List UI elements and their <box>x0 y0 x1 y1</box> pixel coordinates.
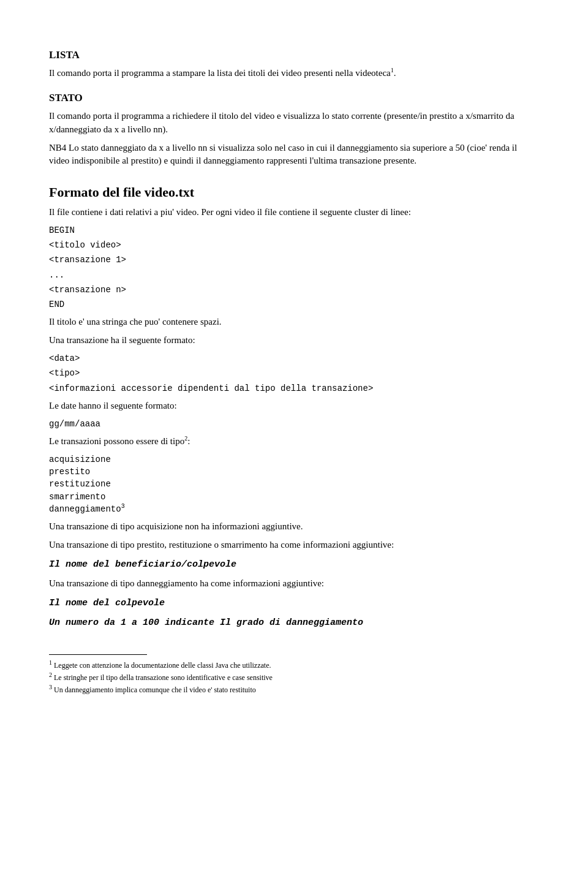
stato-title: STATO <box>49 91 539 106</box>
date-format-intro: Le date hanno il seguente formato: <box>49 399 539 413</box>
acquisizione-note: Una transazione di tipo acquisizione non… <box>49 520 539 534</box>
danneggiamento-footnote-ref: 3 <box>121 503 125 510</box>
tipo-prestito: prestito <box>49 466 539 478</box>
lista-section: LISTA Il comando porta il programma a st… <box>49 48 539 80</box>
lista-title: LISTA <box>49 48 539 63</box>
danneggiamento-note: Una transazione di tipo danneggiamento h… <box>49 577 539 591</box>
transazione-info: <informazioni accessorie dipendenti dal … <box>49 382 539 395</box>
code-block-titolo: <titolo video> <box>49 239 539 251</box>
formato-title: Formato del file video.txt <box>49 183 539 202</box>
prestito-note: Una transazione di tipo prestito, restit… <box>49 539 539 552</box>
lista-footnote-ref: 1 <box>391 67 394 74</box>
code-block-transazione1: <transazione 1> <box>49 254 539 266</box>
tipo-colon: : <box>187 436 190 446</box>
stato-body: Il comando porta il programma a richiede… <box>49 110 539 168</box>
stato-section: STATO Il comando porta il programma a ri… <box>49 91 539 168</box>
tipo-intro: Le transazioni possono essere di tipo <box>49 436 184 446</box>
numero-label: Un numero da 1 a 100 indicante Il grado … <box>49 616 539 630</box>
tipo-restituzione: restituzione <box>49 478 539 490</box>
footnote-2-num: 2 <box>49 671 52 678</box>
code-block-dots: ... <box>49 269 539 281</box>
footnote-2: 2 Le stringhe per il tipo della transazi… <box>49 672 539 683</box>
footnotes: 1 Leggete con attenzione la documentazio… <box>49 660 539 695</box>
footnote-3-text: Un danneggiamento implica comunque che i… <box>54 686 256 694</box>
footnote-1-text: Leggete con attenzione la documentazione… <box>54 661 271 670</box>
stato-nb: NB4 Lo stato danneggiato da x a livello … <box>49 142 539 168</box>
tipo-intro-text: Le transazioni possono essere di tipo2: <box>49 435 539 448</box>
date-format: gg/mm/aaaa <box>49 418 539 430</box>
footnote-3-num: 3 <box>49 684 52 690</box>
titolo-desc: Il titolo e' una stringa che puo' conten… <box>49 316 539 329</box>
beneficiario-label: Il nome del beneficiario/colpevole <box>49 558 539 572</box>
lista-text: Il comando porta il programma a stampare… <box>49 68 391 78</box>
tipo-danneggiamento: danneggiamento <box>49 504 121 514</box>
stato-text: Il comando porta il programma a richiede… <box>49 110 539 137</box>
tipo-acquisizione: acquisizione <box>49 453 539 466</box>
formato-intro: Il file contiene i dati relativi a piu' … <box>49 206 539 219</box>
tipo-smarrimento: smarrimento <box>49 491 539 503</box>
footnote-2-text: Le stringhe per il tipo della transazion… <box>54 673 273 682</box>
code-block-begin: BEGIN <box>49 224 539 236</box>
formato-section: Formato del file video.txt Il file conti… <box>49 183 539 630</box>
transazione-tipo: <tipo> <box>49 367 539 379</box>
footnote-3: 3 Un danneggiamento implica comunque che… <box>49 684 539 695</box>
footnote-1: 1 Leggete con attenzione la documentazio… <box>49 660 539 671</box>
lista-body: Il comando porta il programma a stampare… <box>49 67 539 80</box>
transazione-intro: Una transazione ha il seguente formato: <box>49 334 539 347</box>
code-block-end: END <box>49 298 539 311</box>
transazione-data: <data> <box>49 352 539 365</box>
footnote-divider <box>49 654 147 655</box>
footnote-1-num: 1 <box>49 659 52 666</box>
colpevole-label: Il nome del colpevole <box>49 597 539 610</box>
code-block-transazionen: <transazione n> <box>49 284 539 296</box>
tipo-danneggiamento-text: danneggiamento3 <box>49 503 539 515</box>
